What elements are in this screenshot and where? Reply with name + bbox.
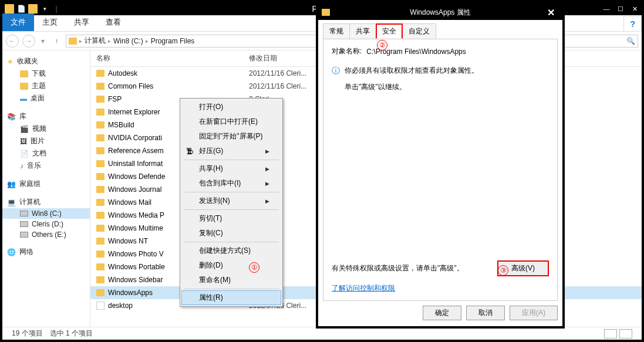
file-name: MSBuild xyxy=(108,121,134,129)
sidebar-libraries[interactable]: 📚库 xyxy=(2,110,90,123)
menu-item-label: 共享(H) xyxy=(199,164,223,174)
qat-icon-2[interactable]: 📄 xyxy=(16,4,26,13)
menu-item-label: 打开(O) xyxy=(199,102,223,112)
close-button[interactable]: ✕ xyxy=(539,5,562,20)
tab-file[interactable]: 文件 xyxy=(2,13,34,31)
qat-icon-3[interactable] xyxy=(28,4,38,13)
search-icon: 🔍 xyxy=(626,37,635,45)
video-icon: 🎬 xyxy=(20,125,29,133)
menu-item[interactable]: 属性(R) xyxy=(181,290,281,305)
homegroup-icon: 👥 xyxy=(7,180,16,188)
tab-share[interactable]: 共享 xyxy=(66,13,97,31)
menu-item[interactable]: 删除(D) xyxy=(181,258,281,273)
file-name: Windows Portable xyxy=(108,263,165,271)
folder-icon xyxy=(96,121,104,128)
annotation-3: ③ xyxy=(498,265,508,276)
submenu-arrow-icon: ▶ xyxy=(265,148,269,154)
menu-item[interactable]: 固定到"开始"屏幕(P) xyxy=(181,129,281,144)
help-button[interactable]: ? xyxy=(623,16,642,31)
continue-msg: 单击"高级"以继续。 xyxy=(345,82,406,92)
menu-item[interactable]: 重命名(M) xyxy=(181,273,281,287)
sidebar: ★收藏夹 下载 主题 ▬桌面 📚库 🎬视频 🖼图片 📄文档 ♪音乐 👥家庭组 💻… xyxy=(2,50,90,327)
sidebar-homegroup[interactable]: 👥家庭组 xyxy=(2,178,90,190)
menu-item[interactable]: 共享(H)▶ xyxy=(181,161,281,176)
breadcrumb-seg-1[interactable]: Win8 (C:) xyxy=(113,37,143,45)
menu-item-label: 删除(D) xyxy=(199,260,223,270)
qat-dropdown[interactable]: ▾ xyxy=(40,4,49,13)
menu-item-label: 在新窗口中打开(E) xyxy=(199,117,258,127)
tab-customize[interactable]: 自定义 xyxy=(402,23,436,39)
sidebar-item-desktop[interactable]: ▬桌面 xyxy=(2,92,90,104)
folder-icon xyxy=(96,289,104,296)
nav-up[interactable]: ↑ xyxy=(50,35,62,47)
sidebar-item-downloads[interactable]: 下载 xyxy=(2,67,90,80)
menu-item[interactable]: 剪切(T) xyxy=(181,211,281,226)
folder-icon xyxy=(96,250,104,258)
nav-back[interactable]: ← xyxy=(6,35,19,48)
folder-icon xyxy=(96,238,104,245)
object-label: 对象名称: xyxy=(332,46,362,56)
ok-button[interactable]: 确定 xyxy=(423,306,461,320)
cancel-button[interactable]: 取消 xyxy=(466,306,505,320)
view-details-button[interactable] xyxy=(604,329,617,338)
menu-item[interactable]: 发送到(N)▶ xyxy=(181,194,281,208)
properties-dialog: WindowsApps 属性 ✕ 常规 共享 安全 自定义 对象名称: C:\P… xyxy=(316,2,565,329)
folder-icon xyxy=(96,263,104,270)
nav-forward[interactable]: → xyxy=(22,35,35,48)
ini-icon xyxy=(96,302,104,310)
sidebar-computer[interactable]: 💻计算机 xyxy=(2,196,90,208)
file-name: Autodesk xyxy=(108,69,137,77)
menu-item[interactable]: 创建快捷方式(S) xyxy=(181,243,281,258)
file-name: Reference Assem xyxy=(108,147,164,155)
file-date: 2012/11/16 Cleri... xyxy=(249,82,306,90)
tab-sharing[interactable]: 共享 xyxy=(349,23,376,39)
learn-link[interactable]: 了解访问控制和权限 xyxy=(332,284,395,292)
tab-view[interactable]: 查看 xyxy=(97,13,129,31)
folder-icon xyxy=(20,70,28,77)
sidebar-network[interactable]: 🌐网络 xyxy=(2,246,90,258)
file-name: Uninstall Informat xyxy=(108,160,163,168)
close-button[interactable]: ✕ xyxy=(628,4,642,14)
drive-icon xyxy=(20,211,28,216)
folder-icon xyxy=(96,160,104,167)
menu-item[interactable]: 复制(C) xyxy=(181,226,281,241)
sidebar-item-music[interactable]: ♪音乐 xyxy=(2,160,90,172)
col-name[interactable]: 名称 xyxy=(96,53,249,63)
qat-icon-1[interactable] xyxy=(5,4,14,13)
folder-icon xyxy=(96,276,104,283)
menu-item[interactable]: 包含到库中(I)▶ xyxy=(181,176,281,191)
sidebar-favorites[interactable]: ★收藏夹 xyxy=(2,55,90,67)
tab-security[interactable]: 安全 xyxy=(376,23,403,39)
library-icon: 📚 xyxy=(7,113,16,121)
file-name: Windows Media P xyxy=(108,211,164,219)
folder-icon xyxy=(96,173,104,180)
minimize-button[interactable]: — xyxy=(599,4,613,14)
breadcrumb-seg-0[interactable]: 计算机 xyxy=(85,36,106,46)
breadcrumb-seg-2[interactable]: Program Files xyxy=(151,37,195,45)
tab-home[interactable]: 主页 xyxy=(34,13,66,31)
drive-icon xyxy=(20,221,28,227)
sidebar-item-pictures[interactable]: 🖼图片 xyxy=(2,135,90,147)
submenu-arrow-icon: ▶ xyxy=(265,181,269,187)
network-icon: 🌐 xyxy=(7,248,16,256)
menu-item[interactable]: 🗜好压(G)▶ xyxy=(181,144,281,158)
col-date[interactable]: 修改日期 xyxy=(249,53,277,63)
folder-icon xyxy=(96,83,104,90)
sidebar-item-documents[interactable]: 📄文档 xyxy=(2,147,90,160)
sidebar-item-e-drive[interactable]: Others (E:) xyxy=(2,229,90,240)
maximize-button[interactable]: ☐ xyxy=(613,4,628,14)
permission-msg: 你必须具有读取权限才能查看此对象属性。 xyxy=(345,66,478,76)
sidebar-item-c-drive[interactable]: Win8 (C:) xyxy=(2,208,90,219)
view-icons-button[interactable] xyxy=(619,329,632,338)
menu-item-label: 属性(R) xyxy=(199,293,223,303)
security-panel: 对象名称: C:\Program Files\WindowsApps ⓘ 你必须… xyxy=(323,39,558,301)
menu-separator xyxy=(184,289,279,289)
apply-button[interactable]: 应用(A) xyxy=(510,306,558,320)
sidebar-item-d-drive[interactable]: Cleris (D:) xyxy=(2,219,90,229)
menu-item[interactable]: 在新窗口中打开(E) xyxy=(181,114,281,129)
sidebar-item-videos[interactable]: 🎬视频 xyxy=(2,123,90,135)
nav-history[interactable]: ▾ xyxy=(39,37,47,45)
sidebar-item-theme[interactable]: 主题 xyxy=(2,80,90,92)
menu-item[interactable]: 打开(O) xyxy=(181,100,281,114)
tab-general[interactable]: 常规 xyxy=(323,23,350,39)
